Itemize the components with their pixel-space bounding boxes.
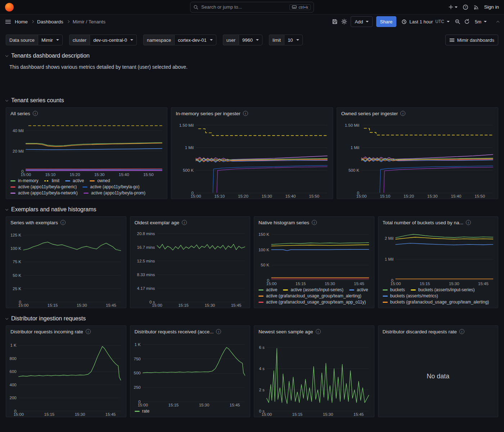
legend-item[interactable]: in-memory [10, 178, 39, 183]
sign-in-button[interactable]: Sign in [484, 4, 499, 10]
panel-title: Oldest exemplar age [135, 220, 180, 225]
legend-swatch [10, 186, 15, 188]
legend-swatch [258, 289, 264, 291]
save-dashboard-button[interactable] [332, 19, 338, 24]
panel-header[interactable]: Native histogram series i [254, 217, 374, 227]
legend-item[interactable]: rate [135, 409, 150, 414]
info-icon[interactable]: i [316, 329, 321, 334]
clock-icon [401, 19, 407, 24]
variable-label: Data source [6, 35, 38, 45]
panel-header[interactable]: Distributor requests incoming rate i [6, 326, 126, 336]
panel-body: 02004006008001 K15:0015:1515:3015:45 [6, 336, 126, 417]
panel-header[interactable]: Owned series per ingester i [337, 108, 498, 118]
legend-item[interactable]: buckets (grafanacloud_usage_group/team_a… [383, 300, 489, 305]
description-text: This dashboard shows various metrics det… [9, 64, 495, 70]
help-button[interactable]: ? [463, 4, 468, 10]
info-icon[interactable]: i [60, 220, 66, 225]
dashboard-settings-button[interactable] [341, 19, 347, 24]
legend-item[interactable]: active [349, 287, 368, 292]
refresh-button[interactable] [464, 19, 470, 24]
panel-body: 0500 K1 Mil1.50 Mil15:0015:1015:2015:301… [337, 118, 498, 199]
panel-header[interactable]: Oldest exemplar age i [130, 217, 250, 227]
legend-item[interactable]: buckets [383, 287, 405, 292]
collapse-toolbar-button[interactable] [497, 20, 499, 23]
no-data-text [378, 227, 498, 286]
legend-label: buckets [390, 287, 405, 292]
legend-swatch [283, 289, 288, 291]
breadcrumb-dashboards[interactable]: Dashboards [37, 19, 63, 24]
info-icon[interactable]: i [400, 111, 405, 116]
panel-body: 02505007501 K15:0015:1515:3015:45 [130, 336, 250, 408]
legend-item[interactable]: limit [44, 178, 59, 183]
variable-data-source[interactable]: Data source Mimir [6, 35, 63, 45]
news-button[interactable] [473, 4, 479, 10]
legend-item[interactable]: buckets (asserts/input-series) [411, 287, 475, 292]
panel-header[interactable]: Distributor requests received (acce... i [130, 326, 250, 336]
add-panel-button[interactable]: Add [351, 16, 372, 27]
refresh-interval-picker[interactable]: 5m [473, 16, 488, 27]
panel-header[interactable]: In-memory series per ingester i [171, 108, 332, 118]
info-icon[interactable]: i [182, 220, 187, 225]
info-icon[interactable]: i [33, 111, 38, 116]
chevron-down-icon [455, 6, 458, 8]
legend-item[interactable]: active (appo11y/beyla-network) [10, 190, 78, 195]
legend-label: active (appo11y/beyla-generic) [18, 184, 77, 189]
chevron-right-icon [67, 20, 69, 23]
legend-item[interactable]: buckets (asserts/metrics) [383, 293, 438, 298]
time-range-picker[interactable]: Last 1 hour UTC [400, 16, 451, 27]
legend-item[interactable]: active (appo11y/beyla-prom) [84, 190, 145, 195]
legend-swatch [383, 289, 388, 291]
svg-text:?: ? [464, 5, 466, 9]
info-icon[interactable]: i [466, 220, 471, 225]
panel: Distributor requests received (acce... i… [130, 325, 251, 417]
legend: bucketsbuckets (asserts/input-series)buc… [378, 286, 498, 308]
panel-row-tenant-series-counts: All series i 020 Mil40 Mil15:0015:1015:2… [6, 107, 498, 199]
legend-item[interactable]: active (grafanacloud_usage_group/team_ap… [258, 300, 366, 305]
grafana-logo[interactable] [5, 3, 14, 12]
chevron-down-icon [366, 21, 369, 22]
breadcrumb-home[interactable]: Home [15, 19, 28, 24]
mimir-dashboards-button[interactable]: Mimir dashboards [445, 35, 498, 45]
panel: Total number of buckets used by na... i … [378, 216, 499, 308]
no-data-text [254, 227, 374, 286]
breadcrumb: Home Dashboards Mimir / Tenants [15, 19, 105, 24]
panel-header[interactable]: Newest seen sample age i [254, 326, 374, 336]
variable-value: cortex-dev-01 [178, 37, 206, 43]
section-header-exemplars[interactable]: Exemplars and native histograms [6, 206, 498, 213]
search-bar[interactable]: Search or jump to... ctrl+k [190, 2, 314, 13]
variable-namespace[interactable]: namespace cortex-dev-01 [143, 35, 216, 45]
variable-cluster[interactable]: cluster dev-us-central-0 [69, 35, 137, 45]
info-icon[interactable]: i [312, 220, 317, 225]
legend-item[interactable]: active [258, 287, 277, 292]
panel-header[interactable]: Distributor discarded requests rate i [378, 326, 498, 336]
section-header-tenant-series-counts[interactable]: Tenant series counts [6, 97, 498, 104]
hamburger-icon [5, 19, 11, 25]
new-menu-button[interactable] [448, 4, 458, 10]
legend-item[interactable]: active [65, 178, 84, 183]
variable-user[interactable]: user 9960 [223, 35, 262, 45]
panel-header[interactable]: Total number of buckets used by na... i [378, 217, 498, 227]
panel-header[interactable]: Series with exemplars i [6, 217, 126, 227]
chevron-right-icon [31, 20, 34, 23]
legend-label: in-memory [18, 178, 39, 183]
info-icon[interactable]: i [216, 329, 221, 334]
info-icon[interactable]: i [243, 111, 248, 116]
section-header-description[interactable]: Tenants dashboard description [6, 53, 498, 59]
legend-item[interactable]: active (appo11y/beyla-generic) [10, 184, 77, 189]
legend-item[interactable]: active (grafanacloud_usage_group/team_al… [258, 293, 361, 298]
chevron-up-icon [496, 21, 499, 23]
info-icon[interactable]: i [459, 329, 464, 334]
legend-item[interactable]: owned [90, 178, 110, 183]
panel: Owned series per ingester i 0500 K1 Mil1… [337, 107, 498, 199]
legend-item[interactable]: active (appo11y/beyla-go) [82, 184, 139, 189]
zoom-out-button[interactable] [455, 19, 460, 24]
share-button[interactable]: Share [376, 16, 397, 27]
chevron-down-icon [5, 207, 8, 210]
panel-header[interactable]: All series i [6, 108, 167, 118]
section-header-distributor[interactable]: Distributor ingestion requests [6, 315, 498, 322]
legend-item[interactable]: active (asserts/input-series) [283, 287, 343, 292]
info-icon[interactable]: i [86, 329, 91, 334]
variable-limit[interactable]: limit 10 [269, 35, 303, 45]
mega-menu-toggle[interactable] [5, 19, 11, 25]
panel-title: Distributor requests received (acce... [135, 329, 214, 334]
